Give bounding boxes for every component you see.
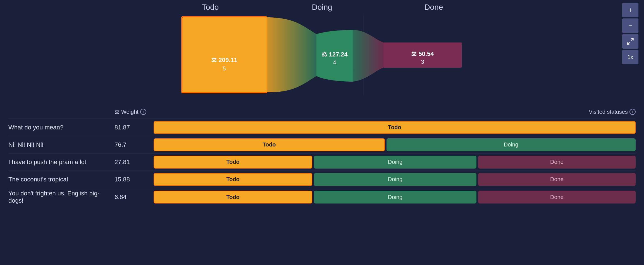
bar-todo[interactable]: Todo: [154, 138, 385, 151]
task-weight: 27.81: [115, 158, 154, 166]
table-area: ⚖ Weight i Visited statuses i What do yo…: [0, 106, 644, 265]
sankey-chart[interactable]: ⚖ 209.11 5 ⚖ 127.24 4 ⚖ 50.54 3: [168, 15, 476, 96]
task-name: I have to push the pram a lot: [8, 158, 115, 166]
chart-area: Todo Doing Done: [0, 0, 644, 106]
visited-header-label: Visited statuses: [589, 109, 628, 115]
zoom-controls: + − 1x: [622, 3, 638, 64]
task-row: You don't frighten us, English pig-dogs!…: [8, 188, 636, 206]
task-name: Ni! Ni! Ni! Ni!: [8, 141, 115, 148]
task-row: What do you mean?81.87Todo: [8, 119, 636, 136]
svg-text:3: 3: [421, 59, 424, 65]
task-row: I have to push the pram a lot27.81TodoDo…: [8, 153, 636, 171]
column-headers: Todo Doing Done: [154, 3, 490, 12]
svg-text:⚖ 50.54: ⚖ 50.54: [411, 50, 434, 57]
svg-text:4: 4: [333, 59, 336, 65]
svg-text:⚖ 127.24: ⚖ 127.24: [321, 51, 348, 58]
task-name: What do you mean?: [8, 124, 115, 131]
task-bars: Todo: [154, 121, 636, 134]
svg-line-12: [628, 42, 630, 44]
zoom-fit-button[interactable]: [622, 34, 638, 49]
th-weight: ⚖ Weight i: [115, 108, 154, 115]
svg-text:5: 5: [223, 65, 226, 72]
bar-todo[interactable]: Todo: [154, 156, 312, 169]
task-weight: 15.88: [115, 176, 154, 183]
task-bars: TodoDoing: [154, 138, 636, 151]
task-row: Ni! Ni! Ni! Ni!76.7TodoDoing: [8, 136, 636, 153]
weight-info-icon[interactable]: i: [140, 109, 146, 115]
task-weight: 81.87: [115, 124, 154, 131]
bar-done[interactable]: Done: [478, 156, 636, 169]
weight-scale-icon: ⚖: [115, 108, 120, 115]
task-name: The coconut's tropical: [8, 176, 115, 183]
bar-done[interactable]: Done: [478, 173, 636, 186]
task-weight: 76.7: [115, 141, 154, 148]
task-name: You don't frighten us, English pig-dogs!: [8, 190, 115, 204]
bar-todo[interactable]: Todo: [154, 173, 312, 186]
col-header-todo: Todo: [155, 3, 266, 12]
table-header-row: ⚖ Weight i Visited statuses i: [8, 106, 636, 117]
bar-done[interactable]: Done: [478, 191, 636, 204]
task-bars: TodoDoingDone: [154, 191, 636, 204]
bar-doing[interactable]: Doing: [387, 138, 636, 151]
visited-info-icon[interactable]: i: [629, 109, 636, 115]
task-rows-container: What do you mean?81.87TodoNi! Ni! Ni! Ni…: [8, 119, 636, 206]
bar-doing[interactable]: Doing: [314, 173, 476, 186]
bar-todo[interactable]: Todo: [154, 121, 636, 134]
zoom-level-label: 1x: [622, 50, 638, 64]
task-bars: TodoDoingDone: [154, 173, 636, 186]
task-row: The coconut's tropical15.88TodoDoingDone: [8, 171, 636, 188]
th-visited: Visited statuses i: [154, 109, 636, 115]
task-weight: 6.84: [115, 193, 154, 201]
main-container: Todo Doing Done: [0, 0, 644, 265]
bar-todo[interactable]: Todo: [154, 191, 312, 204]
zoom-in-button[interactable]: +: [622, 3, 638, 17]
col-header-doing: Doing: [267, 3, 377, 12]
svg-rect-2: [182, 17, 266, 92]
svg-line-11: [631, 39, 633, 41]
bar-doing[interactable]: Doing: [314, 191, 476, 204]
task-bars: TodoDoingDone: [154, 156, 636, 169]
bar-doing[interactable]: Doing: [314, 156, 476, 169]
zoom-out-button[interactable]: −: [622, 18, 638, 33]
chart-container: Todo Doing Done: [154, 3, 490, 98]
svg-text:⚖ 209.11: ⚖ 209.11: [211, 56, 237, 63]
weight-header-label: Weight: [121, 109, 139, 115]
col-header-done: Done: [378, 3, 489, 12]
